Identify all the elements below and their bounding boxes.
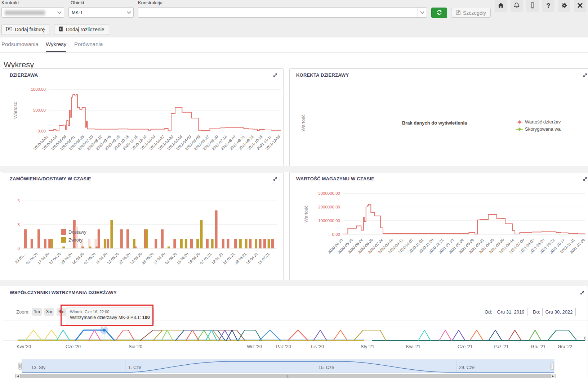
close-icon [577,3,583,9]
x-tick-label: Cze '20 [66,344,81,349]
tooltip-value: 100 [142,315,150,320]
document-icon [456,10,460,16]
refresh-icon [436,9,442,17]
tab-wykresy[interactable]: Wykresy [46,41,66,47]
scrollbar-track[interactable] [15,374,555,378]
panel-wstrzymania: WSPÓŁCZYNNIKI WSTRZYMANIA DZIERŻAWY 0Kwi… [3,286,588,378]
home-icon [498,2,504,10]
x-tick-label: 15.06.20 [176,252,189,265]
x-tick-label: 23.04.20 [48,252,62,265]
active-tab-underline [46,51,66,52]
series-pulse [288,330,308,341]
home-button[interactable] [495,0,507,12]
y-tick-label: 1000.00 [31,87,46,91]
page-title: Wykresy [4,60,34,69]
panel-title: KOREKTA DZIERŻAWY [296,72,349,78]
zoom-label: Zoom: [16,309,30,315]
tab-porownania[interactable]: Porównania [74,41,103,47]
series-pulse [186,330,199,341]
details-button[interactable]: Szczegóły [451,8,491,18]
x-tick-label: Cze '21 [458,344,473,349]
obiekt-label: Obiekt [71,0,84,5]
series-pulse [161,330,173,341]
add-settlement-button[interactable]: $ Dodaj rozliczenie [54,24,109,35]
konstrukcja-select[interactable] [138,7,427,18]
zamowienia-chart: 53023.03....01.04.2017.04.2023.04.2029.0… [3,172,284,280]
bar [222,239,224,248]
series-pulse [508,330,521,341]
bar [81,247,84,248]
legend-swatch-dostawy [61,229,66,235]
add-invoice-button[interactable]: Dodaj fakturę [1,24,49,35]
y-tick-label: 0.00 [332,232,340,237]
navigator-handle[interactable] [19,363,22,369]
x-tick-label: Wrz '20 [247,344,262,349]
kontrakt-select[interactable] [1,7,64,18]
bar [168,247,170,248]
expand-icon[interactable] [582,72,588,79]
tab-podsumowania[interactable]: Podsumowania [1,41,39,47]
zoom-3m-button[interactable]: 3m [44,308,54,316]
close-button[interactable] [574,0,586,12]
gear-icon [561,2,567,10]
navigator-label: 13. Sty [31,365,46,370]
refresh-button[interactable] [431,8,447,18]
hover-marker [103,329,106,332]
x-tick-label: Kwi '21 [406,344,420,349]
bar [161,229,164,248]
zoom-1m-button[interactable]: 1m [32,308,42,316]
tooltip-time: Wtorek, Cze 16, 22:00 [70,310,150,314]
bell-icon [513,2,520,10]
series-pulse [313,330,327,341]
legend-swatch-zwroty [61,237,66,243]
obiekt-select[interactable]: MK-1 [68,7,134,18]
y-tick-label: 3000000.00 [318,191,340,195]
bar [268,239,270,248]
range-to-label: Do: [533,309,540,315]
bar [255,239,257,248]
series-pulse [529,330,541,341]
bar [173,239,176,248]
bar [239,239,242,248]
legend-marker-green [516,127,523,131]
help-button[interactable]: ? [542,0,554,12]
legend-item[interactable]: Dostawy [61,229,86,235]
y-tick-label: 2000000.00 [318,205,340,209]
settings-button[interactable] [558,0,570,12]
wstrzymania-chart: 0Kwi '20Cze '20Sie '20Wrz '20Paź '20Lis … [3,286,588,378]
x-tick-label: 28.04.21 [245,252,259,265]
chart-tooltip: Wtorek, Cze 16, 22:00 Wstrzymanie dzierż… [66,307,154,326]
legend-item[interactable]: Zwroty [61,237,83,243]
mobile-button[interactable] [526,0,539,12]
x-tick-label: 07.05.20 [83,252,96,265]
series-pulse [439,330,451,341]
navigator-label: 15. Cze [318,365,334,370]
magazyn-chart: 3000000.002000000.001000000.000.002020-0… [290,172,588,280]
x-tick-label: 05.05.20 [71,252,85,265]
legend-item[interactable]: Skorygowana wa [516,126,561,132]
x-tick-label: Lis '20 [311,344,324,349]
zoom-6m-button[interactable]: 6m [57,308,66,316]
legend-marker-red [516,120,523,124]
x-tick-label: 17.04.20 [36,252,50,265]
bar [211,239,214,248]
series-pulse [238,330,262,341]
series-line [343,204,585,234]
range-to-input[interactable] [542,308,576,316]
bar [227,239,230,248]
chevron-down-icon [418,8,427,17]
ledger-icon: $ [59,26,63,33]
bar [134,247,137,248]
x-tick-label: 12.05.20 [106,252,120,265]
series-pulse [354,330,386,341]
x-tick-label: 15.07.21 [257,252,270,265]
tooltip-value-row: Wstrzymanie dzierżawy MK-3 P3.1: 100 [70,315,150,320]
x-tick-label: Kwi '20 [17,344,31,349]
tabs-bar: Podsumowania Wykresy Porównania [0,37,588,53]
range-from-input[interactable] [494,308,527,316]
x-tick-label: 29.04.20 [60,252,73,265]
navigator-handle[interactable] [551,363,554,369]
series-pulse [470,330,483,341]
notifications-button[interactable] [511,0,523,12]
legend-item[interactable]: Wartość dzierżav [516,119,561,125]
